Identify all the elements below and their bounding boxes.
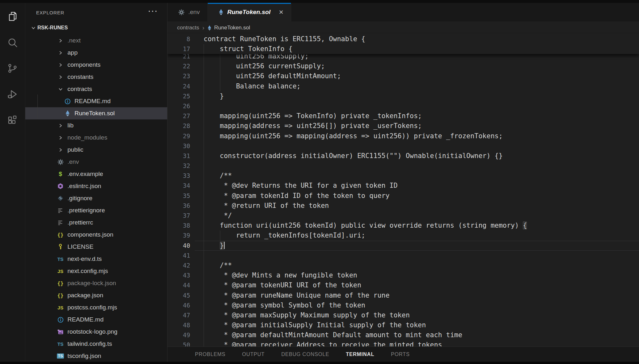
ts-badge-icon: TS: [57, 353, 64, 359]
code-line-46[interactable]: 46 * @param symbol Symbol of the token: [168, 300, 639, 310]
code-line-40[interactable]: 40 }: [168, 241, 639, 251]
tree-file-LICENSE[interactable]: LICENSE: [25, 241, 167, 253]
tree-file-package.json[interactable]: {}package.json: [25, 289, 167, 301]
code-line-25[interactable]: 25 }: [168, 91, 639, 101]
tree-folder-.next[interactable]: .next: [25, 34, 167, 47]
tree-folder-node-modules[interactable]: node_modules: [25, 132, 167, 144]
tree-folder-contracts[interactable]: contracts: [25, 83, 167, 95]
tree-item-label: lib: [67, 122, 74, 129]
tree-file-.prettierignore[interactable]: .prettierignore: [25, 204, 167, 216]
code-line-22[interactable]: 22 uint256 currentSupply;: [168, 61, 639, 71]
ts-icon: TS: [56, 341, 65, 347]
code-line-29[interactable]: 29 mapping(uint256 => mapping(address =>…: [168, 131, 639, 141]
editor[interactable]: contracts› RuneToken.sol 21 uint256 maxS…: [168, 21, 639, 346]
activity-bar: [0, 3, 25, 362]
code-line-37[interactable]: 37 */: [168, 211, 639, 221]
code-line-27[interactable]: 27 mapping(uint256 => TokenInfo) private…: [168, 111, 639, 121]
code-line-48[interactable]: 48 * @param initialSupply Initial supply…: [168, 320, 639, 330]
code-line-30[interactable]: 30: [168, 141, 639, 151]
code-line-28[interactable]: 28 mapping(address => uint256[]) private…: [168, 121, 639, 131]
code-area[interactable]: 21 uint256 maxSupply;22 uint256 currentS…: [168, 51, 639, 346]
panel-tab-debug-console[interactable]: DEBUG CONSOLE: [281, 352, 329, 357]
sticky-scroll[interactable]: 8contract RuneToken is ERC1155, Ownable …: [168, 34, 639, 54]
code-text: * @return URI of the token: [204, 201, 329, 211]
editor-tab-.env[interactable]: .env: [168, 3, 208, 21]
tree-folder-app[interactable]: app: [25, 47, 167, 59]
code-line-34[interactable]: 34 * @dev Returns the URI for a given to…: [168, 181, 639, 191]
chevron-down-icon: [56, 87, 65, 92]
panel-tab-output[interactable]: OUTPUT: [242, 352, 265, 357]
code-line-49[interactable]: 49 * @param defaultMintAmount Default am…: [168, 330, 639, 340]
tree-file-.prettierrc[interactable]: .prettierrc: [25, 216, 167, 229]
code-line-47[interactable]: 47 * @param maxSupply Maximum supply of …: [168, 310, 639, 320]
tree-file-tailwind.config.ts[interactable]: TStailwind.config.ts: [25, 338, 167, 350]
line-number: 17: [168, 44, 190, 54]
chevron-right-icon: [56, 148, 65, 152]
line-number: 43: [168, 270, 190, 280]
tree-item-label: .env: [67, 158, 79, 165]
tree-file-next-env.d.ts[interactable]: TSnext-env.d.ts: [25, 253, 167, 265]
tree-folder-components[interactable]: components: [25, 59, 167, 71]
tree-file-next.config.mjs[interactable]: JSnext.config.mjs: [25, 265, 167, 277]
code-line-17[interactable]: 17 struct TokenInfo {: [168, 44, 639, 54]
tree-folder-lib[interactable]: lib: [25, 119, 167, 132]
activity-item-run-debug[interactable]: [0, 85, 25, 104]
code-line-44[interactable]: 44 * @param tokenURI URI of the token: [168, 280, 639, 290]
activity-item-explorer[interactable]: [0, 7, 25, 26]
line-number: 31: [168, 151, 190, 161]
code-text: * @param receiver Address to receive the…: [204, 340, 442, 346]
more-actions-icon[interactable]: ···: [148, 7, 158, 16]
indent-guide: [204, 161, 204, 171]
section-header-rsk-runes[interactable]: RSK-RUNES: [25, 22, 167, 34]
breadcrumb-file[interactable]: RuneToken.sol: [207, 25, 250, 31]
code-line-33[interactable]: 33 /**: [168, 171, 639, 181]
code-line-24[interactable]: 24 Balance balance;: [168, 81, 639, 91]
code-line-8[interactable]: 8contract RuneToken is ERC1155, Ownable …: [168, 34, 639, 44]
tree-item-label: node_modules: [67, 134, 107, 141]
code-line-32[interactable]: 32: [168, 161, 639, 171]
code-line-39[interactable]: 39 return _tokenInfos[tokenId].uri;: [168, 231, 639, 240]
line-number: 45: [168, 291, 190, 300]
tree-indent-guide: [37, 95, 38, 119]
code-line-50[interactable]: 50 * @param receiver Address to receive …: [168, 340, 639, 346]
tree-file-rootstock-logo.png[interactable]: rootstock-logo.png: [25, 326, 167, 338]
line-number: 42: [168, 261, 190, 270]
prettier-icon: [56, 208, 65, 213]
tree-file-.gitignore[interactable]: .gitignore: [25, 192, 167, 204]
chevron-right-icon: [56, 50, 65, 55]
tree-file-components.json[interactable]: {}components.json: [25, 229, 167, 241]
activity-item-extensions[interactable]: [0, 110, 25, 130]
tree-file-postcss.config.mjs[interactable]: JSpostcss.config.mjs: [25, 301, 167, 314]
tree-file-tsconfig.json[interactable]: TStsconfig.json: [25, 350, 167, 362]
editor-tab-RuneToken.sol[interactable]: RuneToken.sol×: [208, 3, 292, 21]
code-line-36[interactable]: 36 * @return URI of the token: [168, 201, 639, 211]
code-text: constructor(address initialOwner) ERC115…: [204, 151, 503, 161]
code-line-23[interactable]: 23 uint256 defaultMintAmount;: [168, 71, 639, 81]
code-line-42[interactable]: 42 /**: [168, 261, 639, 270]
tree-file-README.md[interactable]: README.md: [25, 95, 167, 107]
code-line-45[interactable]: 45 * @param runeName Unique name of the …: [168, 291, 639, 300]
tree-file-RuneToken.sol[interactable]: RuneToken.sol: [25, 107, 167, 119]
code-line-26[interactable]: 26: [168, 101, 639, 111]
code-line-43[interactable]: 43 * @dev Mints a new fungible token: [168, 270, 639, 280]
tree-file-.eslintrc.json[interactable]: .eslintrc.json: [25, 180, 167, 192]
code-line-38[interactable]: 38 function uri(uint256 tokenId) public …: [168, 221, 639, 231]
breadcrumb-segment[interactable]: contracts: [177, 25, 199, 31]
tree-folder-public[interactable]: public: [25, 144, 167, 156]
tree-file-package-lock.json[interactable]: {}package-lock.json: [25, 277, 167, 289]
gear-icon: [56, 159, 65, 165]
panel-tab-problems[interactable]: PROBLEMS: [195, 352, 225, 357]
code-line-35[interactable]: 35 * @param tokenId ID of the token to q…: [168, 191, 639, 201]
panel-tab-terminal[interactable]: TERMINAL: [346, 352, 374, 357]
activity-item-source-control[interactable]: [0, 59, 25, 78]
code-line-31[interactable]: 31 constructor(address initialOwner) ERC…: [168, 151, 639, 161]
activity-item-search[interactable]: [0, 33, 25, 52]
tree-file-.env.example[interactable]: $.env.example: [25, 168, 167, 180]
tree-folder-constants[interactable]: constants: [25, 71, 167, 83]
tree-file-.env[interactable]: .env: [25, 156, 167, 168]
tree-file-README.md[interactable]: README.md: [25, 314, 167, 326]
panel-tab-ports[interactable]: PORTS: [391, 352, 410, 357]
code-line-41[interactable]: 41: [168, 251, 639, 261]
close-icon[interactable]: ×: [279, 8, 283, 16]
code-text: uint256 defaultMintAmount;: [204, 71, 341, 81]
